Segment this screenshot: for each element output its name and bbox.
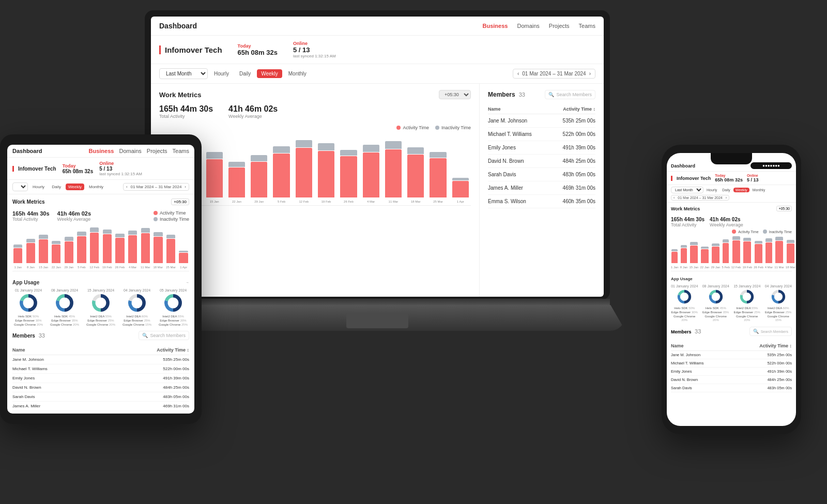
tablet-activity-label: Activity Time (160, 210, 186, 216)
bar-group: 1 Apr (450, 130, 471, 203)
phone-tab-hourly[interactable]: Hourly (705, 188, 719, 192)
activity-bar (681, 248, 687, 263)
tablet-nav-teams[interactable]: Teams (173, 148, 189, 154)
tablet-inactivity-legend: Inactivity Time (154, 217, 189, 222)
tab-monthly[interactable]: Monthly (284, 69, 311, 78)
table-row[interactable]: Michael T. Williams522h 00m 00s (671, 359, 792, 368)
donut-date: 15 January 2024 (733, 284, 760, 288)
donut-date: 01 January 2024 (671, 284, 698, 288)
bar-group: 18 Mar (786, 232, 795, 269)
activity-bar (141, 233, 150, 263)
members-panel: Members 33 🔍 Search Members Name Activit… (480, 84, 604, 297)
tablet-members-count: 33 (39, 332, 45, 339)
bar-label: 29 Jan (254, 200, 264, 203)
tablet-bar-chart: 1 Jan8 Jan15 Jan22 Jan29 Jan5 Feb12 Feb1… (12, 225, 189, 271)
laptop-bezel: Dashboard Business Domains Projects Team… (145, 10, 610, 300)
tab-weekly[interactable]: Weekly (257, 69, 282, 78)
donut-app: Google Chrome 20% (50, 323, 79, 327)
tablet-search[interactable]: 🔍 Search Members (139, 331, 189, 340)
bar-stack (12, 222, 24, 263)
phone-tab-weekly[interactable]: Weekly (733, 188, 749, 192)
table-row[interactable]: Emily Jones491h 39m 00s (671, 368, 792, 376)
tablet-date-range[interactable]: ‹ 01 Mar 2024 – 31 Mar 2024 › (123, 183, 189, 191)
tab-hourly[interactable]: Hourly (210, 69, 233, 78)
table-row[interactable]: Emma S. Wilson460h 35m 00s (488, 195, 595, 208)
donut-chart (164, 294, 182, 312)
phone-next[interactable]: › (726, 196, 727, 200)
phone-period-select[interactable]: Last Month (671, 187, 703, 193)
online-label: Online (293, 41, 336, 46)
phone-search[interactable]: 🔍 Search Members (749, 327, 792, 336)
phone-date-text: 01 Mar 2024 – 31 Mar 2024 (678, 196, 722, 200)
phone-app-usage-header: App Usage (671, 277, 792, 281)
table-row[interactable]: Jane M. Johnson535h 25m 00s (12, 355, 189, 364)
bar-label: 18 Mar (786, 266, 795, 269)
tablet-tab-monthly[interactable]: Monthly (86, 184, 106, 190)
bar-label: 12 Feb (731, 266, 741, 269)
table-row[interactable]: James A. Miller469h 31m 00s (488, 181, 595, 195)
table-row[interactable]: Emily Jones491h 39m 00s (488, 141, 595, 155)
donut-item: 08 January 2024Helo SDK 45%Edge Browser … (702, 284, 730, 323)
table-row[interactable]: Michael T. Williams522h 00m 00s (12, 364, 189, 374)
tablet-nav-business[interactable]: Business (89, 148, 114, 154)
tablet-next[interactable]: › (185, 185, 186, 189)
phone-tab-daily[interactable]: Daily (720, 188, 732, 192)
activity-bar (39, 239, 48, 263)
inactivity-dot (435, 126, 439, 130)
member-name: Jane M. Johnson (12, 357, 44, 362)
tablet-period-select[interactable]: Last Month (12, 182, 28, 191)
tab-daily[interactable]: Daily (235, 69, 255, 78)
next-arrow[interactable]: › (589, 71, 591, 77)
table-row[interactable]: Sarah Davis483h 05m 00s (488, 168, 595, 181)
donut-app: Edge Browser 30% (671, 311, 698, 315)
tablet-tab-hourly[interactable]: Hourly (30, 184, 47, 190)
phone-app-usage: App Usage 01 January 2024Helo SDK 50%Edg… (667, 274, 796, 325)
phone-prev[interactable]: ‹ (673, 196, 675, 200)
nav-business[interactable]: Business (483, 23, 508, 29)
phone-col-time: Activity Time ↕ (759, 343, 792, 348)
donut-labels: Helo SDK 50%Edge Browser 30%Google Chrom… (671, 307, 698, 323)
tablet-nav-domains[interactable]: Domains (119, 148, 141, 154)
activity-bar (103, 234, 112, 263)
date-range[interactable]: ‹ 01 Mar 2024 – 31 Mar 2024 › (513, 69, 595, 79)
activity-bar (701, 249, 708, 263)
tablet-nav-projects[interactable]: Projects (147, 148, 167, 154)
laptop-screen: Dashboard Business Domains Projects Team… (151, 17, 604, 297)
table-row[interactable]: Jane M. Johnson535h 25m 00s (488, 114, 595, 128)
prev-arrow[interactable]: ‹ (517, 71, 519, 77)
tablet-app-usage-action[interactable]: → (186, 281, 189, 284)
donut-app: Google Chrome 20% (14, 323, 43, 327)
tablet-app-usage-title: App Usage (12, 280, 39, 285)
activity-bar (273, 154, 289, 197)
tablet-prev[interactable]: ‹ (126, 185, 128, 189)
table-row[interactable]: David N. Brown484h 25m 00s (671, 376, 792, 384)
bar-stack (38, 222, 49, 263)
activity-bar (115, 238, 124, 263)
phone-tab-monthly[interactable]: Monthly (751, 188, 768, 192)
table-row[interactable]: David N. Brown484h 25m 00s (12, 383, 189, 392)
table-row[interactable]: Emily Jones491h 39m 00s (12, 374, 189, 383)
table-row[interactable]: James A. Miller469h 31m 00s (12, 402, 189, 411)
table-row[interactable]: Michael T. Williams522h 00m 00s (488, 128, 595, 141)
nav-domains[interactable]: Domains (517, 23, 539, 29)
period-select[interactable]: Last Month Last Week Last Quarter (159, 68, 208, 79)
tablet-tab-daily[interactable]: Daily (49, 184, 64, 190)
table-row[interactable]: Jane M. Johnson535h 25m 00s (671, 351, 792, 359)
bar-label: 8 Jan (680, 266, 688, 269)
tablet-tab-weekly[interactable]: Weekly (66, 184, 84, 190)
bar-stack (226, 130, 247, 197)
activity-legend: Activity Time (396, 125, 429, 130)
members-search[interactable]: 🔍 Search Members (545, 90, 595, 99)
nav-projects[interactable]: Projects (549, 23, 570, 29)
nav-teams[interactable]: Teams (579, 23, 595, 29)
bar-group: 19 Feb (316, 130, 336, 203)
phone-date-range[interactable]: ‹ 01 Mar 2024 – 31 Mar 2024 › (671, 195, 729, 201)
donut-chart (771, 289, 786, 304)
laptop-touchpad (346, 313, 408, 328)
table-row[interactable]: David N. Brown484h 25m 00s (488, 155, 595, 168)
table-row[interactable]: Sarah Davis483h 05m 00s (671, 384, 792, 392)
timezone-select[interactable]: +05:30 (439, 90, 471, 99)
inactivity-bar (228, 162, 245, 167)
table-row[interactable]: Sarah Davis483h 05m 00s (12, 392, 189, 402)
table-row[interactable]: Emma S. Wilson460h 35m 00s (12, 411, 189, 414)
